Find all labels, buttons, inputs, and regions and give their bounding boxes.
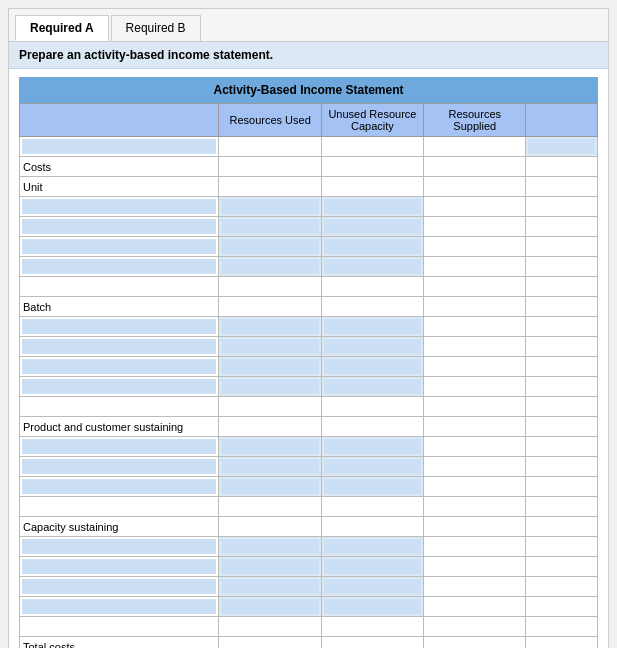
field[interactable] bbox=[324, 379, 421, 394]
field[interactable] bbox=[22, 459, 216, 474]
table-row: Product and customer sustaining bbox=[20, 417, 598, 437]
section-product-customer: Product and customer sustaining bbox=[20, 417, 219, 437]
section-total-costs: Total costs bbox=[20, 637, 219, 649]
table-row bbox=[20, 357, 598, 377]
field[interactable] bbox=[221, 199, 318, 214]
table-row: Costs bbox=[20, 157, 598, 177]
field[interactable] bbox=[324, 559, 421, 574]
col-header-extra bbox=[526, 104, 598, 137]
field[interactable] bbox=[324, 599, 421, 614]
field[interactable] bbox=[221, 599, 318, 614]
field[interactable] bbox=[221, 239, 318, 254]
table-row bbox=[20, 137, 598, 157]
income-table: Resources Used Unused Resource Capacity … bbox=[19, 103, 598, 648]
table-row bbox=[20, 317, 598, 337]
tab-required-b[interactable]: Required B bbox=[111, 15, 201, 41]
field[interactable] bbox=[221, 459, 318, 474]
field[interactable] bbox=[324, 459, 421, 474]
table-title: Activity-Based Income Statement bbox=[19, 77, 598, 103]
field[interactable] bbox=[22, 259, 216, 274]
col-header-unused-capacity: Unused Resource Capacity bbox=[321, 104, 423, 137]
table-row bbox=[20, 257, 598, 277]
field[interactable] bbox=[324, 439, 421, 454]
field[interactable] bbox=[22, 239, 216, 254]
table-row bbox=[20, 477, 598, 497]
field[interactable] bbox=[22, 479, 216, 494]
table-row: Unit bbox=[20, 177, 598, 197]
field[interactable] bbox=[221, 339, 318, 354]
instruction-text: Prepare an activity-based income stateme… bbox=[9, 42, 608, 69]
tab-required-a[interactable]: Required A bbox=[15, 15, 109, 41]
table-header-row: Resources Used Unused Resource Capacity … bbox=[20, 104, 598, 137]
col-header-resources-used: Resources Used bbox=[219, 104, 321, 137]
table-row: Capacity sustaining bbox=[20, 517, 598, 537]
field[interactable] bbox=[221, 319, 318, 334]
table-row bbox=[20, 557, 598, 577]
field[interactable] bbox=[324, 359, 421, 374]
section-batch: Batch bbox=[20, 297, 219, 317]
table-row bbox=[20, 237, 598, 257]
section-unit: Unit bbox=[20, 177, 219, 197]
field[interactable] bbox=[324, 339, 421, 354]
table-row bbox=[20, 617, 598, 637]
field[interactable] bbox=[324, 219, 421, 234]
field[interactable] bbox=[22, 599, 216, 614]
field[interactable] bbox=[221, 479, 318, 494]
table-row bbox=[20, 397, 598, 417]
table-row bbox=[20, 437, 598, 457]
table-row bbox=[20, 377, 598, 397]
field[interactable] bbox=[22, 319, 216, 334]
field[interactable] bbox=[22, 579, 216, 594]
field[interactable] bbox=[22, 139, 216, 154]
table-row bbox=[20, 217, 598, 237]
section-costs: Costs bbox=[20, 157, 219, 177]
field[interactable] bbox=[324, 319, 421, 334]
field[interactable] bbox=[528, 139, 595, 154]
col-header-label bbox=[20, 104, 219, 137]
col-header-resources-supplied: Resources Supplied bbox=[424, 104, 526, 137]
field[interactable] bbox=[221, 379, 318, 394]
table-row: Batch bbox=[20, 297, 598, 317]
field[interactable] bbox=[324, 479, 421, 494]
field[interactable] bbox=[221, 559, 318, 574]
table-row bbox=[20, 457, 598, 477]
field[interactable] bbox=[22, 219, 216, 234]
field[interactable] bbox=[22, 359, 216, 374]
field[interactable] bbox=[22, 379, 216, 394]
tabs-bar: Required A Required B bbox=[9, 9, 608, 42]
table-row bbox=[20, 497, 598, 517]
field[interactable] bbox=[324, 259, 421, 274]
table-row bbox=[20, 537, 598, 557]
table-row bbox=[20, 277, 598, 297]
field[interactable] bbox=[221, 579, 318, 594]
section-capacity-sustaining: Capacity sustaining bbox=[20, 517, 219, 537]
main-content: Activity-Based Income Statement Resource… bbox=[9, 69, 608, 648]
field[interactable] bbox=[22, 539, 216, 554]
field[interactable] bbox=[324, 579, 421, 594]
field[interactable] bbox=[221, 359, 318, 374]
field[interactable] bbox=[221, 259, 318, 274]
field[interactable] bbox=[221, 219, 318, 234]
page-container: Required A Required B Prepare an activit… bbox=[8, 8, 609, 648]
field[interactable] bbox=[22, 339, 216, 354]
field[interactable] bbox=[22, 199, 216, 214]
field[interactable] bbox=[22, 439, 216, 454]
field[interactable] bbox=[221, 439, 318, 454]
field[interactable] bbox=[324, 199, 421, 214]
table-row bbox=[20, 197, 598, 217]
field[interactable] bbox=[324, 539, 421, 554]
table-row bbox=[20, 577, 598, 597]
field[interactable] bbox=[324, 239, 421, 254]
field[interactable] bbox=[22, 559, 216, 574]
field[interactable] bbox=[221, 539, 318, 554]
table-row: Total costs bbox=[20, 637, 598, 649]
table-row bbox=[20, 337, 598, 357]
table-row bbox=[20, 597, 598, 617]
